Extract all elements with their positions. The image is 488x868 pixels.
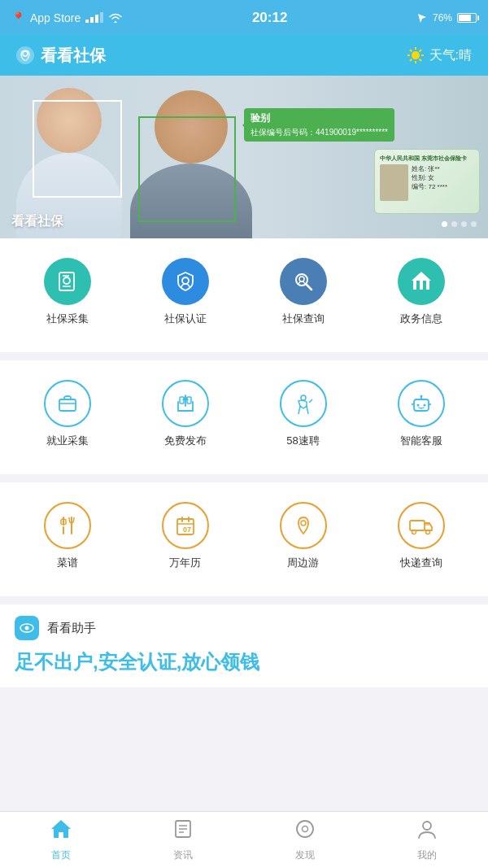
shebao-auth-icon xyxy=(162,258,209,305)
svg-point-46 xyxy=(412,530,416,534)
svg-line-7 xyxy=(419,59,421,62)
id-card-content: 姓名: 张**性别: 女编号: 72 **** xyxy=(380,164,474,201)
wifi-icon xyxy=(108,12,123,23)
id-card-text: 姓名: 张**性别: 女编号: 72 **** xyxy=(412,164,474,192)
banner: 验别 社保编号后号码：441900019********** 中华人民共和国 东… xyxy=(0,76,488,238)
grid-row-2: 就业采集 免费发布 xyxy=(8,373,480,455)
location-arrow-icon xyxy=(416,12,428,24)
signal-bar-3 xyxy=(95,15,98,23)
svg-point-30 xyxy=(416,404,419,407)
svg-point-27 xyxy=(301,395,306,400)
svg-point-58 xyxy=(423,822,431,830)
tab-discover[interactable]: 发现 xyxy=(244,818,366,862)
grid-row-1: 社保采集 社保认证 xyxy=(8,251,480,333)
sun-icon xyxy=(407,46,425,64)
id-card: 中华人民共和国 东莞市社会保险卡 姓名: 张**性别: 女编号: 72 **** xyxy=(374,149,480,214)
battery-icon xyxy=(457,13,477,23)
tab-profile-label: 我的 xyxy=(417,848,437,862)
signal-bars xyxy=(85,12,103,23)
banner-dots xyxy=(442,221,477,227)
helper-section: 看看助手 足不出户,安全认证,放心领钱 xyxy=(0,604,488,687)
grid-section-2: 就业采集 免费发布 xyxy=(0,360,488,474)
58pin-label: 58速聘 xyxy=(286,434,319,448)
svg-text:07: 07 xyxy=(183,526,191,534)
face-label-bubble: 验别 社保编号后号码：441900019********** xyxy=(244,108,394,142)
svg-line-16 xyxy=(306,285,312,290)
header-location-icon xyxy=(16,46,34,64)
svg-marker-24 xyxy=(182,395,189,400)
svg-line-8 xyxy=(419,50,421,52)
helper-icon xyxy=(15,616,39,640)
nearby-tour-icon xyxy=(280,502,327,549)
battery-percent: 76% xyxy=(433,12,452,24)
svg-point-44 xyxy=(301,521,306,526)
employment-icon xyxy=(44,380,91,427)
face-label-id: 社保编号后号码：441900019********** xyxy=(251,127,388,138)
publish-icon xyxy=(162,380,209,427)
tab-news[interactable]: 资讯 xyxy=(122,818,244,862)
ai-service-label: 智能客服 xyxy=(400,434,442,448)
shebao-collect-icon xyxy=(44,258,91,305)
tab-profile[interactable]: 我的 xyxy=(366,818,488,862)
svg-marker-21 xyxy=(412,272,431,281)
svg-line-28 xyxy=(309,399,312,403)
svg-point-47 xyxy=(425,530,429,534)
calendar-label: 万年历 xyxy=(169,556,201,570)
shebao-query-icon xyxy=(280,258,327,305)
grid-row-3: 菜谱 07 万年历 xyxy=(8,495,480,577)
svg-rect-26 xyxy=(187,397,191,403)
tab-bar: 首页 资讯 发现 我的 xyxy=(0,811,488,868)
grid-item-58pin[interactable]: 58速聘 xyxy=(244,373,362,455)
grid-item-shebao-query[interactable]: 社保查询 xyxy=(244,251,362,333)
grid-item-shebao-auth[interactable]: 社保认证 xyxy=(126,251,244,333)
grid-item-shebao-collect[interactable]: 社保采集 xyxy=(8,251,126,333)
svg-point-0 xyxy=(23,51,28,56)
grid-item-express[interactable]: 快递查询 xyxy=(362,495,480,577)
dot-4 xyxy=(471,221,477,227)
dot-2 xyxy=(451,221,457,227)
signal-bar-1 xyxy=(85,20,89,23)
status-time: 20:12 xyxy=(252,10,287,26)
header-title: 看看社保 xyxy=(16,45,106,67)
helper-header: 看看助手 xyxy=(15,616,473,640)
gov-info-icon xyxy=(398,258,445,305)
svg-rect-45 xyxy=(410,521,425,530)
grid-item-publish[interactable]: 免费发布 xyxy=(126,373,244,455)
grid-item-recipe[interactable]: 菜谱 xyxy=(8,495,126,577)
id-card-info: 姓名: 张**性别: 女编号: 72 **** xyxy=(412,164,474,201)
ai-service-icon xyxy=(398,380,445,427)
calendar-icon: 07 xyxy=(162,502,209,549)
grid-item-gov-info[interactable]: 政务信息 xyxy=(362,251,480,333)
recipe-icon xyxy=(44,502,91,549)
face-box-green xyxy=(138,116,236,222)
app-header: 看看社保 天气:晴 xyxy=(0,35,488,76)
header-weather: 天气:晴 xyxy=(407,46,472,64)
id-card-header: 中华人民共和国 东莞市社会保险卡 xyxy=(380,155,474,163)
publish-label: 免费发布 xyxy=(164,434,207,448)
svg-marker-51 xyxy=(51,820,71,838)
grid-item-employment[interactable]: 就业采集 xyxy=(8,373,126,455)
pin-icon xyxy=(20,50,30,61)
tab-home[interactable]: 首页 xyxy=(0,818,122,862)
status-carrier: 📍 App Store xyxy=(11,11,123,24)
tab-news-icon xyxy=(172,818,194,845)
shebao-collect-label: 社保采集 xyxy=(46,312,89,326)
svg-line-9 xyxy=(410,59,412,62)
status-right: 76% xyxy=(416,12,477,24)
grid-item-ai-service[interactable]: 智能客服 xyxy=(362,373,480,455)
status-bar: 📍 App Store 20:12 76% xyxy=(0,0,488,35)
grid-item-calendar[interactable]: 07 万年历 xyxy=(126,495,244,577)
svg-rect-18 xyxy=(413,281,416,290)
signal-bar-2 xyxy=(90,17,94,23)
helper-slogan: 足不出户,安全认证,放心领钱 xyxy=(15,648,473,676)
carrier-icon: 📍 xyxy=(11,11,25,24)
svg-rect-29 xyxy=(414,399,429,411)
svg-rect-25 xyxy=(180,397,184,403)
tab-home-label: 首页 xyxy=(51,848,71,862)
dot-1 xyxy=(442,221,447,227)
express-icon xyxy=(398,502,445,549)
grid-item-nearby-tour[interactable]: 周边游 xyxy=(244,495,362,577)
battery-fill xyxy=(459,15,471,21)
svg-point-57 xyxy=(303,826,308,831)
dot-3 xyxy=(461,221,467,227)
